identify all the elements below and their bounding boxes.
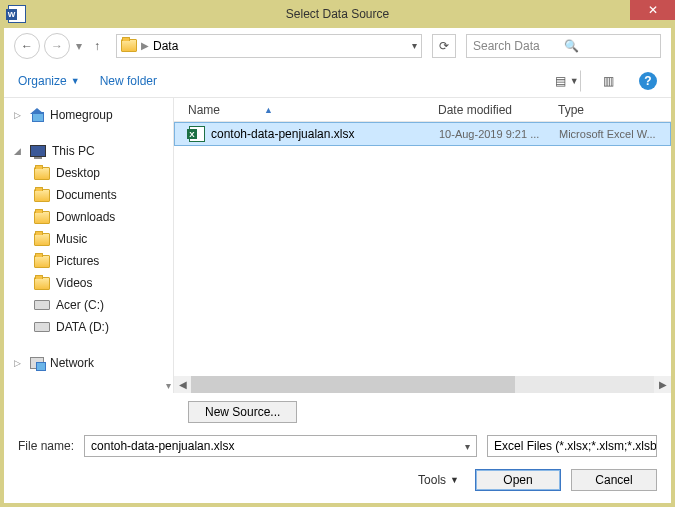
file-type: Microsoft Excel W...: [559, 128, 670, 140]
preview-pane-button[interactable]: ▥: [597, 70, 619, 92]
tree-homegroup[interactable]: ▷ Homegroup: [12, 104, 173, 126]
drive-icon: [34, 300, 50, 310]
back-button[interactable]: ←: [14, 33, 40, 59]
view-options-button[interactable]: ▤ ▼: [559, 70, 581, 92]
tree-label: Desktop: [56, 166, 100, 180]
column-type[interactable]: Type: [558, 103, 671, 117]
pc-icon: [30, 145, 46, 157]
file-name: contoh-data-penjualan.xlsx: [211, 127, 354, 141]
chevron-down-icon[interactable]: ▼: [71, 76, 80, 86]
search-icon: 🔍: [564, 39, 655, 53]
scroll-thumb[interactable]: [191, 376, 515, 393]
dialog-footer: New Source... File name: contoh-data-pen…: [4, 393, 671, 503]
tree-pictures[interactable]: Pictures: [12, 250, 173, 272]
refresh-button[interactable]: ⟳: [432, 34, 456, 58]
nav-tree: ▷ Homegroup ◢ This PC Desktop Documents …: [4, 98, 174, 393]
file-list: contoh-data-penjualan.xlsx 10-Aug-2019 9…: [174, 122, 671, 393]
tree-desktop[interactable]: Desktop: [12, 162, 173, 184]
breadcrumb-current[interactable]: Data: [153, 39, 178, 53]
column-headers: Name▲ Date modified Type: [174, 98, 671, 122]
file-date: 10-Aug-2019 9:21 ...: [439, 128, 559, 140]
toolbar: Organize ▼ New folder ▤ ▼ ▥ ?: [4, 64, 671, 98]
preview-icon: ▥: [603, 74, 614, 88]
arrow-up-icon: ↑: [94, 39, 100, 53]
folder-icon: [34, 277, 50, 290]
tree-label: Network: [50, 356, 94, 370]
organize-menu[interactable]: Organize: [18, 74, 67, 88]
history-dropdown[interactable]: ▾: [76, 39, 82, 53]
window-title: Select Data Source: [0, 7, 675, 21]
title-bar: Select Data Source ✕: [0, 0, 675, 28]
file-pane: Name▲ Date modified Type contoh-data-pen…: [174, 98, 671, 393]
tree-documents[interactable]: Documents: [12, 184, 173, 206]
chevron-down-icon[interactable]: ▾: [465, 441, 470, 452]
tree-network[interactable]: ▷ Network: [12, 352, 173, 374]
close-button[interactable]: ✕: [630, 0, 675, 20]
search-input[interactable]: Search Data 🔍: [466, 34, 661, 58]
close-icon: ✕: [648, 3, 658, 17]
tree-label: DATA (D:): [56, 320, 109, 334]
file-type-filter[interactable]: Excel Files (*.xlsx;*.xlsm;*.xlsb;*. ▾: [487, 435, 657, 457]
tree-drive-c[interactable]: Acer (C:): [12, 294, 173, 316]
tree-label: Pictures: [56, 254, 99, 268]
chevron-right-icon: ▶: [141, 40, 149, 51]
column-date[interactable]: Date modified: [438, 103, 558, 117]
tree-label: Acer (C:): [56, 298, 104, 312]
help-button[interactable]: ?: [639, 72, 657, 90]
file-name-value: contoh-data-penjualan.xlsx: [91, 439, 234, 453]
tree-drive-d[interactable]: DATA (D:): [12, 316, 173, 338]
refresh-icon: ⟳: [439, 39, 449, 53]
scroll-track[interactable]: [191, 376, 654, 393]
forward-button[interactable]: →: [44, 33, 70, 59]
search-placeholder: Search Data: [473, 39, 564, 53]
new-folder-button[interactable]: New folder: [100, 74, 157, 88]
chevron-down-icon[interactable]: ◢: [14, 146, 24, 156]
open-button[interactable]: Open: [475, 469, 561, 491]
folder-icon: [34, 255, 50, 268]
network-icon: [30, 357, 44, 369]
chevron-down-icon: ▼: [570, 76, 579, 86]
cancel-button[interactable]: Cancel: [571, 469, 657, 491]
up-button[interactable]: ↑: [88, 37, 106, 55]
tree-this-pc[interactable]: ◢ This PC: [12, 140, 173, 162]
chevron-right-icon[interactable]: ▷: [14, 358, 24, 368]
dialog-window: Select Data Source ✕ ← → ▾ ↑ ▶ Data ▾ ⟳ …: [4, 4, 671, 503]
scroll-right-icon[interactable]: ▶: [654, 376, 671, 393]
file-name-label: File name:: [18, 439, 74, 453]
folder-icon: [34, 167, 50, 180]
tree-music[interactable]: Music: [12, 228, 173, 250]
file-name-cell: contoh-data-penjualan.xlsx: [189, 126, 439, 142]
folder-icon: [34, 189, 50, 202]
folder-icon: [34, 233, 50, 246]
chevron-down-icon[interactable]: ▾: [412, 40, 417, 51]
nav-bar: ← → ▾ ↑ ▶ Data ▾ ⟳ Search Data 🔍: [4, 28, 671, 64]
tree-videos[interactable]: Videos: [12, 272, 173, 294]
folder-icon: [121, 39, 137, 52]
view-icon: ▤: [555, 74, 566, 88]
folder-icon: [34, 211, 50, 224]
tools-menu[interactable]: Tools ▼: [418, 473, 459, 487]
file-name-input[interactable]: contoh-data-penjualan.xlsx ▾: [84, 435, 477, 457]
filter-text: Excel Files (*.xlsx;*.xlsm;*.xlsb;*.: [494, 439, 657, 453]
scroll-left-icon[interactable]: ◀: [174, 376, 191, 393]
scroll-down-icon[interactable]: ▾: [166, 380, 171, 391]
new-source-button[interactable]: New Source...: [188, 401, 297, 423]
column-name[interactable]: Name▲: [188, 103, 438, 117]
help-icon: ?: [644, 74, 651, 88]
tree-label: This PC: [52, 144, 95, 158]
tree-label: Downloads: [56, 210, 115, 224]
arrow-right-icon: →: [51, 39, 63, 53]
tree-downloads[interactable]: Downloads: [12, 206, 173, 228]
dialog-body: ▷ Homegroup ◢ This PC Desktop Documents …: [4, 98, 671, 393]
chevron-right-icon[interactable]: ▷: [14, 110, 24, 120]
homegroup-icon: [30, 108, 44, 122]
file-row[interactable]: contoh-data-penjualan.xlsx 10-Aug-2019 9…: [174, 122, 671, 146]
tree-label: Music: [56, 232, 87, 246]
horizontal-scrollbar[interactable]: ◀ ▶: [174, 376, 671, 393]
excel-icon: [189, 126, 205, 142]
tree-label: Documents: [56, 188, 117, 202]
chevron-down-icon: ▼: [450, 475, 459, 485]
sort-asc-icon: ▲: [264, 105, 273, 115]
breadcrumb[interactable]: ▶ Data ▾: [116, 34, 422, 58]
tree-label: Homegroup: [50, 108, 113, 122]
